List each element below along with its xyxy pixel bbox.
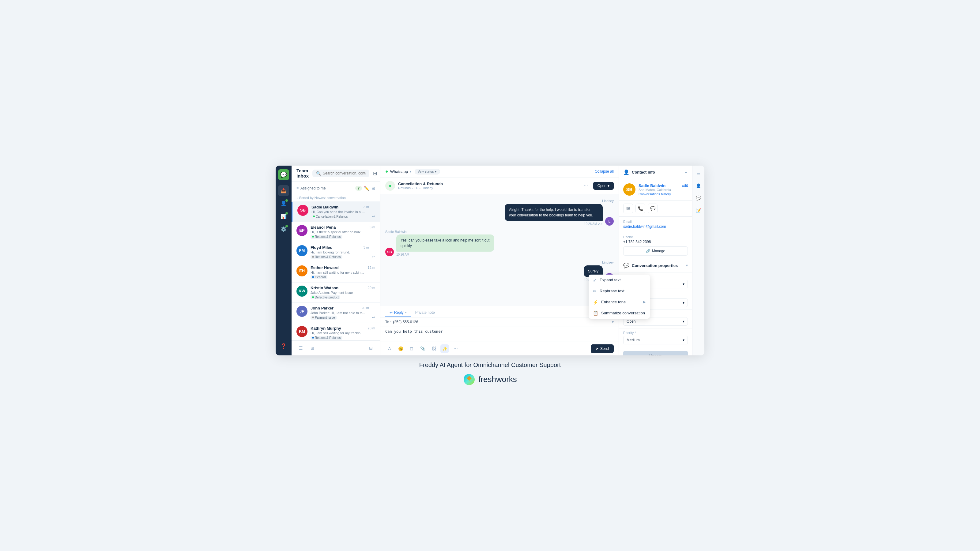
conv-item-7[interactable]: KM Kathryn Murphy 20 m Hi, I am still wa… bbox=[291, 323, 380, 340]
settings-icon[interactable]: ⊟ bbox=[367, 344, 375, 353]
rephrase-icon: ✏ bbox=[593, 289, 597, 294]
avatar: EH bbox=[296, 265, 307, 276]
conv-tag: Defective product bbox=[310, 295, 340, 299]
ai-summarize[interactable]: 📋 Summarize conversation bbox=[589, 308, 650, 319]
sidebar-item-help[interactable]: ❓ bbox=[278, 341, 289, 352]
sidebar-nav: 💬 📥 👤 📊 ⚙️ ❓ bbox=[275, 166, 291, 356]
image-icon[interactable]: 🖼 bbox=[430, 345, 438, 353]
conversation-list: Team Inbox 🔍 ⊞ 🔔 💬 4 U bbox=[291, 166, 380, 356]
tab-reply[interactable]: ↩ Reply ▾ bbox=[385, 308, 411, 317]
sender-label: Sadie Baldwin bbox=[385, 230, 614, 233]
right-side-icon-bar: ☰ 👤 💬 📝 bbox=[692, 166, 705, 356]
contact-edit-btn[interactable]: Edit bbox=[681, 183, 688, 187]
notes-icon[interactable]: 📝 bbox=[694, 206, 703, 214]
freshworks-name: freshworks bbox=[478, 375, 517, 384]
submenu-arrow: ▶ bbox=[643, 300, 646, 304]
conv-item-3[interactable]: FM Floyd Miles 3 m Hi, I am looking for … bbox=[291, 242, 380, 262]
sidebar-item-inbox[interactable]: 📥 bbox=[278, 185, 289, 196]
text-format-icon[interactable]: A bbox=[385, 345, 394, 353]
ai-magic-icon[interactable]: ✨ bbox=[441, 345, 449, 353]
emoji-icon[interactable]: 😊 bbox=[396, 345, 405, 353]
send-button[interactable]: ➤ Send bbox=[591, 345, 614, 353]
message-row-3: Surely 10:26 AM ✓✓ L bbox=[385, 265, 614, 282]
avatar: FM bbox=[296, 245, 307, 256]
status-selector[interactable]: Any status ▾ bbox=[415, 169, 440, 175]
avatar: JP bbox=[296, 306, 307, 317]
template-icon[interactable]: ⊟ bbox=[407, 345, 416, 353]
sidebar-item-reports[interactable]: 📊 bbox=[278, 211, 289, 222]
open-conversation-btn[interactable]: Open ▾ bbox=[593, 182, 614, 190]
collapse-all-btn[interactable]: Collapse all bbox=[595, 169, 614, 173]
tab-chevron: ▾ bbox=[405, 311, 407, 314]
channel-selector[interactable]: ● Whatsapp ▾ bbox=[385, 169, 412, 174]
reply-icon: ↩ bbox=[372, 315, 375, 319]
conv-item-5[interactable]: KW Kristin Watson 20 m Jake Austen: Paym… bbox=[291, 283, 380, 303]
person-icon[interactable]: 👤 bbox=[694, 181, 703, 190]
conv-tag: Returns & Refunds bbox=[310, 255, 342, 259]
section-chevron-icon[interactable]: ▲ bbox=[684, 170, 688, 174]
email-field-section: Email sadie.baldwin@gmail.com bbox=[619, 217, 692, 232]
conv-name: Eleanor Pena bbox=[310, 225, 336, 230]
priority-label: Priority * bbox=[623, 331, 688, 335]
search-icon: 🔍 bbox=[316, 171, 321, 176]
manage-button[interactable]: 🔗 Manage bbox=[623, 246, 688, 256]
email-comm-icon[interactable]: ✉ bbox=[623, 203, 633, 213]
sidebar-item-settings[interactable]: ⚙️ bbox=[278, 224, 289, 235]
contact-comm-icons: ✉ 📞 💬 bbox=[619, 200, 692, 217]
edit-icon[interactable]: ✏️ bbox=[364, 186, 369, 191]
priority-select[interactable]: Medium ▾ bbox=[623, 336, 688, 345]
conv-time: 20 m bbox=[368, 326, 375, 330]
reply-to-row: To : (252) 555-0126 ▾ bbox=[380, 318, 619, 327]
phone-comm-icon[interactable]: 📞 bbox=[635, 203, 645, 213]
contact-history-link[interactable]: Conversations history bbox=[638, 192, 678, 196]
conv-item-content: Kristin Watson 20 m Jake Austen: Payment… bbox=[310, 286, 375, 299]
ai-rephrase-text[interactable]: ✏ Rephrase text bbox=[589, 286, 650, 297]
tab-private-note[interactable]: Private note bbox=[411, 308, 439, 317]
contact-name[interactable]: Sadie Baldwin bbox=[638, 183, 678, 188]
conv-item-4[interactable]: EH Esther Howard 12 m Hi, I am still wai… bbox=[291, 262, 380, 283]
more-options-btn[interactable]: ⋯ bbox=[582, 181, 590, 190]
conv-list-header: ≡ Assigned to me 7 ✏️ ⊞ bbox=[291, 181, 380, 194]
conversation-items: SB Sadie Baldwin 3 m Hi, Can you send th… bbox=[291, 202, 380, 340]
messages-container: Lindsey Alright, Thanks for the help. I … bbox=[380, 194, 619, 306]
grid-view-icon[interactable]: ⊞ bbox=[308, 344, 317, 353]
ai-expand-text[interactable]: ⤢ Expand text bbox=[589, 275, 650, 286]
conv-item-2[interactable]: EP Eleanor Pena 3 m Hi, Is there a speci… bbox=[291, 222, 380, 242]
contact-avatar: SB bbox=[623, 183, 635, 195]
update-button[interactable]: Update bbox=[623, 351, 688, 356]
search-input[interactable] bbox=[323, 171, 366, 175]
conv-name: Floyd Miles bbox=[310, 245, 332, 250]
conv-msg: Hi, I am looking for refund. bbox=[310, 250, 366, 254]
search-bar[interactable]: 🔍 bbox=[312, 170, 369, 177]
list-view-icon[interactable]: ☰ bbox=[296, 344, 305, 353]
conv-tag: Returns & Refunds bbox=[310, 235, 342, 239]
grid-icon[interactable]: ⊞ bbox=[373, 170, 377, 176]
page-title: Team Inbox bbox=[296, 168, 309, 178]
list-icon[interactable]: ☰ bbox=[694, 169, 703, 178]
phone-field-section: Phone +1 782 342 2398 🔗 Manage bbox=[619, 232, 692, 259]
conv-item-1[interactable]: SB Sadie Baldwin 3 m Hi, Can you send th… bbox=[291, 202, 380, 222]
more-options-icon[interactable]: ⊞ bbox=[371, 186, 375, 191]
reply-input[interactable]: Can you help this customer bbox=[380, 327, 619, 340]
to-chevron[interactable]: ▾ bbox=[612, 320, 614, 324]
attach-icon[interactable]: 📎 bbox=[418, 345, 427, 353]
filter-icon: ≡ bbox=[296, 186, 299, 191]
conv-props-chevron[interactable]: ▾ bbox=[686, 263, 688, 268]
conv-msg: Hi, Can you send the invoice in a mail? bbox=[312, 210, 367, 214]
conv-name: Sadie Baldwin bbox=[312, 205, 339, 210]
status-chevron: ▾ bbox=[682, 319, 684, 324]
conv-time: 20 m bbox=[368, 286, 375, 290]
message-bubble: Alright, Thanks for the help. I would li… bbox=[505, 204, 603, 221]
reply-toolbar: A 😊 ⊟ 📎 🖼 ✨ ⋯ ➤ Send bbox=[380, 341, 619, 356]
whatsapp-comm-icon[interactable]: 💬 bbox=[648, 203, 657, 213]
conv-item-6[interactable]: JP John Parker 20 m John Parker: Hi, I a… bbox=[291, 303, 380, 323]
chat-area: ● Whatsapp ▾ Any status ▾ Collapse all ●… bbox=[380, 166, 619, 356]
freshworks-logo-icon bbox=[463, 373, 475, 386]
reply-tabs: ↩ Reply ▾ Private note bbox=[380, 306, 619, 318]
sort-label: ↓ Sorted by Newest conversation bbox=[291, 194, 380, 202]
ai-enhance-tone[interactable]: ⚡ Enhance tone ▶ bbox=[589, 297, 650, 308]
more-toolbar-icon[interactable]: ⋯ bbox=[452, 345, 460, 353]
chat-bubble-icon[interactable]: 💬 bbox=[694, 194, 703, 202]
sidebar-item-contacts[interactable]: 👤 bbox=[278, 198, 289, 209]
contact-details: Sadie Baldwin San Mateo, California Conv… bbox=[638, 183, 678, 196]
